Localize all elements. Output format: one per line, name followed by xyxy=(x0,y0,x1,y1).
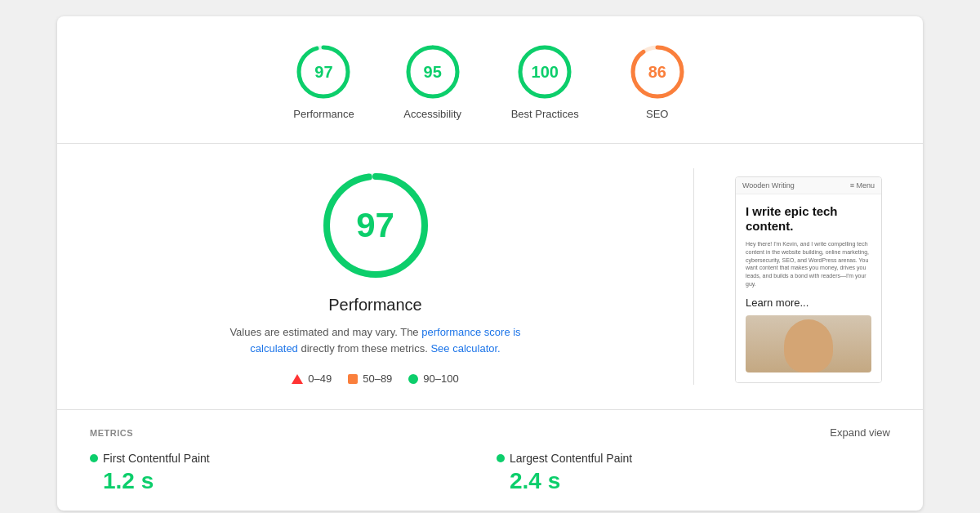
expand-view-button[interactable]: Expand view xyxy=(830,426,890,439)
scores-row: 97 Performance 95 Accessibility 100 xyxy=(57,16,923,144)
metric-fcp: First Contentful Paint 1.2 s xyxy=(90,452,483,494)
screenshot-header: Wooden Writing ≡ Menu xyxy=(736,177,881,194)
big-performance-value: 97 xyxy=(356,206,394,245)
screenshot-body-text: Hey there! I'm Kevin, and I write compel… xyxy=(746,240,871,288)
calculator-link[interactable]: See calculator. xyxy=(430,342,500,355)
site-name: Wooden Writing xyxy=(742,181,795,190)
accessibility-label: Accessibility xyxy=(403,108,461,120)
legend-good-label: 90–100 xyxy=(423,372,458,385)
vertical-divider xyxy=(693,168,694,385)
square-icon xyxy=(348,374,358,384)
accessibility-circle: 95 xyxy=(403,42,462,101)
big-performance-circle: 97 xyxy=(318,168,433,283)
score-best-practices: 100 Best Practices xyxy=(511,42,579,120)
right-panel: Wooden Writing ≡ Menu I write epic tech … xyxy=(727,168,890,385)
triangle-icon xyxy=(292,374,303,384)
screenshot-headline: I write epic tech content. xyxy=(746,204,871,234)
face-shape xyxy=(784,319,833,372)
seo-circle: 86 xyxy=(628,42,687,101)
performance-value: 97 xyxy=(314,63,332,82)
metric-lcp-name: Largest Contentful Paint xyxy=(510,452,632,465)
metric-lcp-name-row: Largest Contentful Paint xyxy=(497,452,890,465)
metrics-section: METRICS Expand view First Contentful Pai… xyxy=(57,409,923,511)
screenshot-learn-more: Learn more... xyxy=(746,297,871,309)
metric-fcp-dot xyxy=(90,454,98,462)
screenshot-body: I write epic tech content. Hey there! I'… xyxy=(736,194,881,382)
screenshot-face-image xyxy=(746,315,871,372)
desc-mid: directly from these metrics. xyxy=(301,342,427,355)
circle-icon xyxy=(408,374,418,384)
score-performance: 97 Performance xyxy=(293,42,354,120)
main-card: 97 Performance 95 Accessibility 100 xyxy=(57,16,923,511)
legend: 0–49 50–89 90–100 xyxy=(292,372,458,385)
score-seo: 86 SEO xyxy=(628,42,687,120)
left-panel: 97 Performance Values are estimated and … xyxy=(90,168,661,385)
best-practices-circle: 100 xyxy=(515,42,574,101)
performance-circle: 97 xyxy=(294,42,353,101)
best-practices-label: Best Practices xyxy=(511,108,579,120)
seo-label: SEO xyxy=(646,108,668,120)
legend-good: 90–100 xyxy=(408,372,458,385)
metrics-header: METRICS Expand view xyxy=(90,426,890,439)
metrics-title: METRICS xyxy=(90,428,133,438)
desc-text: Values are estimated and may vary. The xyxy=(229,326,418,338)
best-practices-value: 100 xyxy=(532,63,559,82)
main-content: 97 Performance Values are estimated and … xyxy=(57,144,923,409)
legend-poor: 0–49 xyxy=(292,372,332,385)
legend-poor-label: 0–49 xyxy=(308,372,332,385)
score-accessibility: 95 Accessibility xyxy=(403,42,462,120)
metric-lcp-value: 2.4 s xyxy=(497,468,890,494)
metric-lcp-dot xyxy=(497,454,505,462)
seo-value: 86 xyxy=(648,63,666,82)
legend-average: 50–89 xyxy=(348,372,392,385)
metric-fcp-value: 1.2 s xyxy=(90,468,483,494)
legend-average-label: 50–89 xyxy=(363,372,392,385)
metric-fcp-name-row: First Contentful Paint xyxy=(90,452,483,465)
perf-title: Performance xyxy=(328,296,422,314)
performance-label: Performance xyxy=(293,108,354,120)
accessibility-value: 95 xyxy=(424,63,442,82)
menu-label: ≡ Menu xyxy=(850,181,875,190)
perf-desc: Values are estimated and may vary. The p… xyxy=(220,324,531,356)
metric-fcp-name: First Contentful Paint xyxy=(103,452,210,465)
metrics-grid: First Contentful Paint 1.2 s Largest Con… xyxy=(90,452,890,494)
metric-lcp: Largest Contentful Paint 2.4 s xyxy=(497,452,890,494)
screenshot-preview: Wooden Writing ≡ Menu I write epic tech … xyxy=(735,176,882,383)
